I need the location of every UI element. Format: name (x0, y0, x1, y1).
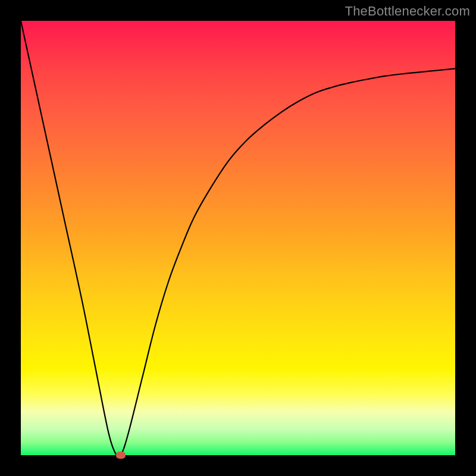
plot-area (21, 21, 455, 455)
optimal-point-marker (116, 452, 126, 459)
bottleneck-curve (21, 21, 455, 455)
chart-frame: TheBottlenecker.com (0, 0, 476, 476)
watermark-text: TheBottlenecker.com (345, 4, 470, 19)
